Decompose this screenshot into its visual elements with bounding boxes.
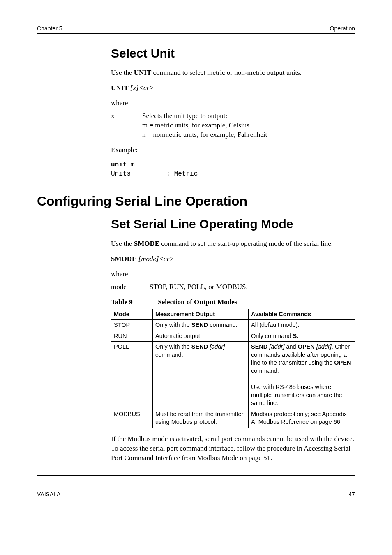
text-bold: SEND (251, 343, 267, 350)
def-symbol: mode (111, 282, 137, 292)
text-bold: S. (293, 333, 299, 339)
cell-measurement: Must be read from the transmitter using … (153, 409, 249, 428)
def-equals: = (137, 282, 150, 292)
heading-set-smode: Set Serial Line Operating Mode (111, 216, 355, 233)
footer-rule (37, 475, 355, 476)
text: and (284, 343, 297, 350)
table-number: Table 9 (111, 298, 156, 307)
text: command. (208, 321, 238, 328)
th-commands: Available Commands (249, 309, 355, 320)
th-mode: Mode (111, 309, 153, 320)
text-bold: SEND (191, 321, 208, 328)
table-title: Selection of Output Modes (158, 298, 237, 306)
text-italic: [addr] (208, 343, 225, 350)
heading-select-unit: Select Unit (111, 45, 355, 62)
cell-measurement: Only with the SEND command. (153, 320, 249, 331)
where-label: where (111, 99, 355, 108)
cell-commands: All (default mode). (249, 320, 355, 331)
syntax-cmd: UNIT (111, 84, 129, 92)
text-bold: UNIT (134, 69, 152, 76)
cell-mode: MODBUS (111, 409, 153, 428)
text: Use with RS-485 buses where multiple tra… (251, 384, 342, 406)
header-rule (37, 33, 355, 34)
unit-syntax: UNIT [x]<cr> (111, 83, 355, 93)
output-modes-table: Mode Measurement Output Available Comman… (111, 309, 355, 428)
smode-arg-def: mode = STOP, RUN, POLL, or MODBUS. (111, 282, 355, 292)
table-row: STOP Only with the SEND command. All (de… (111, 320, 355, 331)
def-value: STOP, RUN, POLL, or MODBUS. (150, 282, 355, 292)
unit-arg-def: x = Selects the unit type to output: m =… (111, 111, 355, 140)
text-italic: [addr] (315, 343, 332, 350)
footer-page-number: 47 (348, 490, 355, 498)
example-label: Example: (111, 146, 355, 155)
example-output: Units : Metric (111, 170, 198, 178)
text-bold: SEND (191, 343, 208, 350)
cell-measurement: Automatic output. (153, 331, 249, 342)
header-chapter: Chapter 5 (37, 25, 62, 32)
def-equals: = (130, 111, 142, 140)
th-measurement: Measurement Output (153, 309, 249, 320)
closing-paragraph: If the Modbus mode is activated, serial … (111, 435, 355, 463)
text-italic: [addr] (267, 343, 284, 350)
syntax-cmd: SMODE (111, 255, 136, 263)
def-line: m = metric units, for example, Celsius (142, 121, 249, 129)
text-bold: OPEN (334, 359, 351, 366)
cell-mode: POLL (111, 342, 153, 409)
footer-brand: VAISALA (37, 490, 60, 498)
text: Use the (111, 240, 134, 247)
text: command. (251, 368, 279, 374)
cell-mode: STOP (111, 320, 153, 331)
cell-commands: Modbus protocol only; see Appendix A, Mo… (249, 409, 355, 428)
text: Only command (251, 333, 293, 339)
cell-commands: SEND [addr] and OPEN [addr]. Other comma… (249, 342, 355, 409)
page-header: Chapter 5 Operation (37, 25, 355, 33)
text: command. (155, 352, 183, 358)
table-row: MODBUS Must be read from the transmitter… (111, 409, 355, 428)
where-label: where (111, 270, 355, 279)
smode-syntax: SMODE [mode]<cr> (111, 254, 355, 264)
cell-mode: RUN (111, 331, 153, 342)
example-input: unit m (111, 161, 135, 169)
smode-intro: Use the SMODE command to set the start-u… (111, 239, 355, 249)
page-footer: VAISALA 47 (37, 490, 355, 498)
text: . (332, 343, 333, 350)
syntax-args: [x]<cr> (129, 84, 154, 92)
def-line: n = nonmetric units, for example, Fahren… (142, 131, 267, 139)
text-bold: SMODE (134, 240, 159, 247)
heading-config-serial: Configuring Serial Line Operation (37, 192, 355, 210)
text: Only with the (155, 343, 191, 350)
text: command to select metric or non-metric o… (151, 69, 302, 76)
cell-measurement: Only with the SEND [addr] command. (153, 342, 249, 409)
example-block: unit m Units : Metric (111, 161, 355, 178)
select-unit-intro: Use the UNIT command to select metric or… (111, 68, 355, 78)
table-row: POLL Only with the SEND [addr] command. … (111, 342, 355, 409)
header-section: Operation (330, 25, 355, 32)
text: command to set the start-up operating mo… (159, 240, 333, 247)
text-bold: OPEN (298, 343, 315, 350)
def-symbol: x (111, 111, 130, 140)
cell-commands: Only command S. (249, 331, 355, 342)
def-line: Selects the unit type to output: (142, 112, 227, 120)
table-row: RUN Automatic output. Only command S. (111, 331, 355, 342)
def-value: Selects the unit type to output: m = met… (142, 111, 355, 140)
syntax-args: [mode]<cr> (136, 255, 174, 263)
text: Only with the (155, 321, 191, 328)
table-header-row: Mode Measurement Output Available Comman… (111, 309, 355, 320)
text: Use the (111, 69, 134, 76)
table-caption: Table 9 Selection of Output Modes (111, 298, 355, 307)
